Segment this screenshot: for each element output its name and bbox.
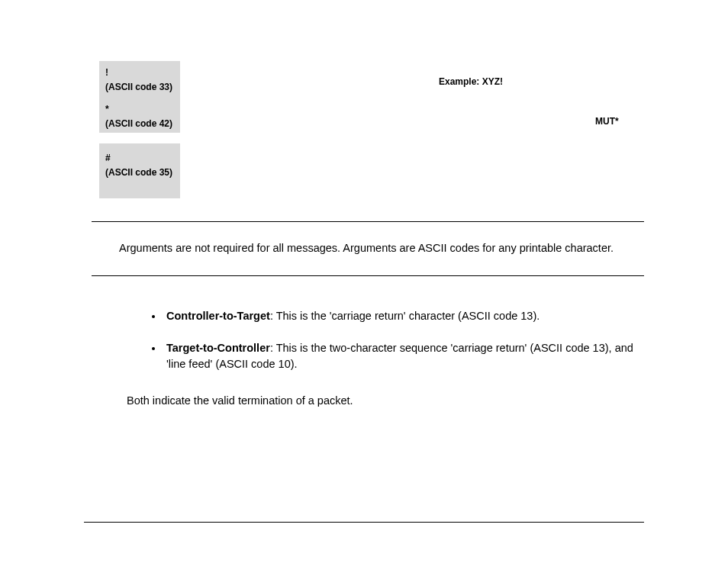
arguments-note: Arguments are not required for all messa…: [92, 222, 644, 275]
bullet-list: Controller-to-Target: This is the 'carri…: [119, 308, 644, 373]
code-label: (ASCII code 33): [105, 80, 174, 95]
symbol: *: [105, 102, 174, 117]
item-text: : This is the 'carriage return' characte…: [270, 310, 540, 322]
list-item: Target-to-Controller: This is the two-ch…: [163, 340, 644, 374]
ascii-cell-hash: # (ASCII code 35): [99, 143, 180, 198]
mut-label: MUT*: [595, 116, 619, 127]
document-page: ! (ASCII code 33) * (ASCII code 42) # (A…: [0, 0, 728, 410]
ascii-table-area: ! (ASCII code 33) * (ASCII code 42) # (A…: [92, 61, 644, 221]
ascii-cell-star: * (ASCII code 42): [99, 98, 180, 133]
symbol: !: [105, 66, 174, 80]
code-label: (ASCII code 35): [105, 166, 174, 180]
ascii-cell-excl: ! (ASCII code 33): [99, 61, 180, 98]
code-label: (ASCII code 42): [105, 117, 174, 131]
list-item: Controller-to-Target: This is the 'carri…: [163, 308, 644, 325]
item-heading: Target-to-Controller: [166, 342, 270, 354]
item-heading: Controller-to-Target: [166, 310, 270, 322]
termination-section: Controller-to-Target: This is the 'carri…: [92, 276, 644, 410]
footer-divider: [84, 522, 644, 523]
example-label: Example: XYZ!: [439, 76, 503, 87]
symbol: #: [105, 151, 174, 166]
termination-note: Both indicate the valid termination of a…: [119, 388, 644, 410]
